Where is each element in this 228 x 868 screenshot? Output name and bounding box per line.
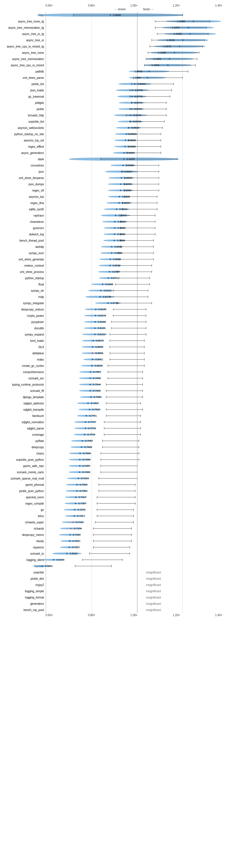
row-label: unpickle_list: [0, 120, 46, 123]
error-cap-right: [203, 45, 203, 48]
row-chart-area: 0.8150: [46, 331, 228, 338]
row-chart-area: 0.9724: [46, 112, 228, 118]
row-chart-area: 0.8422: [46, 287, 228, 294]
center-dot: [95, 309, 96, 310]
row-label: json_dumps: [0, 183, 46, 186]
error-cap-left: [110, 352, 110, 354]
error-cap-right: [210, 20, 210, 23]
row-chart-area: 0.7253: [46, 513, 228, 519]
error-bar: [102, 441, 139, 441]
row-label: asyncio_websockets: [0, 126, 46, 129]
error-cap-right: [137, 477, 137, 479]
error-cap-right: [208, 33, 208, 35]
row-chart-area: 0.8828: [46, 256, 228, 262]
error-cap-right: [188, 70, 188, 72]
value-label: 1.1429: [153, 58, 161, 60]
chart-row: sqlite_synth0.9111: [0, 206, 228, 212]
row-chart-area: 0.9070: [46, 212, 228, 219]
row-chart-area: 0.8155: [46, 325, 228, 331]
chart-row: pathlib1.0535: [0, 68, 228, 74]
chart-row: django_template0.7981: [0, 394, 228, 400]
chart-row: dask0.9428: [0, 156, 228, 162]
center-dot: [73, 522, 74, 523]
value-label: 0.7363: [80, 483, 87, 486]
value-label: 0.9483: [128, 145, 136, 148]
row-label: meteor_contest: [0, 264, 46, 267]
row-label: json_loads: [0, 89, 46, 92]
value-label: 0.9771: [135, 101, 142, 104]
row-chart-area: 0.8168: [46, 319, 228, 325]
chart-row: gc_traversal0.9778: [0, 93, 228, 100]
error-cap-right: [206, 27, 206, 29]
value-label: 0.7857: [91, 402, 99, 405]
row-chart-area: 0.7050: [46, 538, 228, 544]
center-dot: [92, 340, 94, 342]
row-chart-area: 0.9034: [46, 219, 228, 225]
row-chart-area: 0.7857: [46, 400, 228, 406]
row-label: logging_silent: [0, 558, 46, 561]
value-label: 0.7253: [77, 515, 85, 517]
center-dot: [120, 190, 121, 191]
value-label: 0.9778: [135, 95, 142, 98]
chart-row: json_loads0.9795: [0, 87, 228, 93]
row-chart-area: 1.2018: [46, 37, 228, 43]
chart-row: chameleon0.9034: [0, 219, 228, 225]
value-label: 0.7495: [83, 458, 91, 461]
error-cap-left: [104, 421, 104, 423]
value-label: 0.7106: [74, 527, 82, 530]
row-chart-area: 0.8052: [46, 356, 228, 363]
chart-row: sqlglot_parse0.7734: [0, 425, 228, 431]
error-bar: [110, 341, 144, 341]
row-label: scimark_sor: [0, 377, 46, 380]
error-bar: [73, 15, 182, 16]
error-bar: [120, 234, 155, 235]
row-chart-area: 0.9483: [46, 144, 228, 150]
chart-row: pickle_dictinsignificant: [0, 576, 228, 582]
row-chart-area: 0.7737: [46, 419, 228, 425]
row-chart-area: 0.7508: [46, 450, 228, 457]
center-dot: [122, 165, 124, 166]
error-bar: [119, 253, 153, 253]
value-label: 0.9715: [133, 120, 141, 123]
center-dot: [179, 46, 180, 47]
chart-row: bench_thread_pool0.9008: [0, 237, 228, 244]
chart-row: async_tree_io1.2018: [0, 37, 228, 43]
chart-row: xml_etree_process0.8787: [0, 269, 228, 275]
error-cap-left: [97, 515, 97, 517]
error-bar: [119, 259, 153, 259]
chart-row: regex_compile0.7307: [0, 500, 228, 506]
center-dot: [114, 234, 115, 235]
center-dot: [182, 39, 183, 41]
row-chart-area: 0.8028: [46, 363, 228, 369]
error-bar: [148, 53, 199, 53]
row-chart-area: 0.9634: [46, 125, 228, 131]
error-cap-right: [159, 183, 159, 185]
value-label: 0.7424: [81, 477, 89, 480]
row-chart-area: 0.8814: [46, 262, 228, 269]
value-label: 0.8787: [112, 270, 120, 273]
error-bar: [104, 435, 141, 435]
error-cap-right: [133, 508, 134, 511]
row-label: pyflate: [0, 439, 46, 442]
error-cap-left: [73, 14, 74, 16]
value-label: 0.8378: [103, 296, 111, 298]
row-chart-area: 1.1429: [46, 56, 228, 62]
center-dot: [79, 471, 80, 473]
value-label: 0.8742: [111, 277, 119, 279]
error-bar: [150, 46, 202, 47]
row-chart-area: 0.7025: [46, 544, 228, 550]
error-bar: [120, 247, 153, 247]
value-label: 0.9757: [134, 107, 142, 111]
row-label: dask: [0, 158, 46, 161]
row-label: sqlite_synth: [0, 208, 46, 211]
row-chart-area: 0.7487: [46, 463, 228, 469]
error-cap-left: [113, 289, 113, 292]
error-cap-right: [159, 177, 159, 179]
chart-row: async_tree_none1.1648: [0, 50, 228, 56]
value-label: 0.7307: [78, 502, 86, 505]
value-label: 0.9008: [117, 239, 125, 242]
chart-row: meteor_contest0.8814: [0, 262, 228, 269]
chart-row: asyncio_websockets0.9634: [0, 125, 228, 131]
value-label: 0.8168: [98, 320, 106, 323]
error-cap-left: [106, 408, 106, 411]
